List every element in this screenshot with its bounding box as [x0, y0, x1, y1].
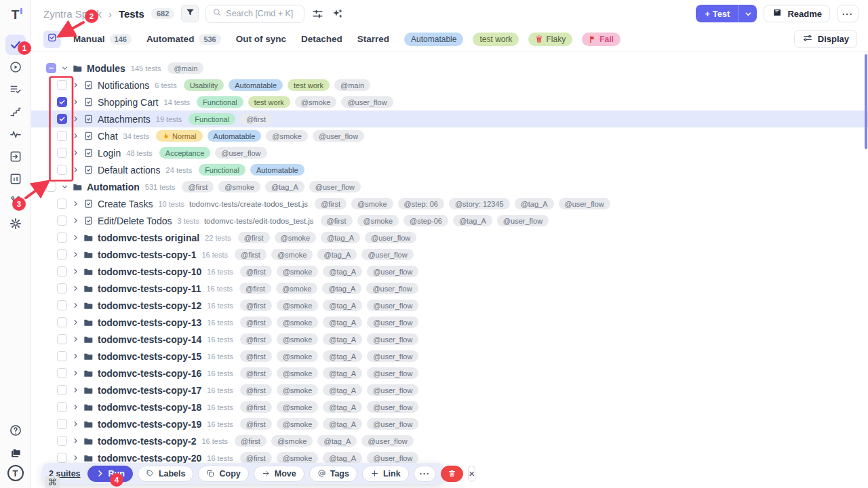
filter-pill-flaky[interactable]: Flaky	[528, 33, 572, 46]
tags-button[interactable]: Tags	[309, 466, 357, 482]
tag-pill[interactable]: @user_flow	[367, 333, 418, 345]
tag-pill[interactable]: @user_flow	[361, 435, 413, 447]
row-chevron-right-icon[interactable]	[69, 166, 81, 174]
tag-pill[interactable]: @tag_A	[321, 232, 360, 243]
adjustments-icon[interactable]	[311, 7, 324, 20]
row-checkbox[interactable]	[57, 199, 67, 209]
tag-pill[interactable]: @tag_A	[323, 300, 362, 311]
row-chevron-right-icon[interactable]	[69, 319, 81, 326]
tag-pill[interactable]: Usability	[184, 79, 224, 91]
tag-pill[interactable]: @smoke	[277, 350, 319, 362]
add-test-button[interactable]: + Test	[696, 5, 738, 22]
row-checkbox[interactable]	[57, 216, 67, 226]
tag-pill[interactable]: @user_flow	[367, 300, 418, 311]
tag-pill[interactable]: @tag_A	[323, 317, 362, 328]
tree-row-todomvc-tests-copy-16[interactable]: todomvc-tests-copy-1616 tests@first@smok…	[31, 365, 868, 382]
tag-pill[interactable]: Automatable	[229, 79, 283, 91]
tree-row-attachments[interactable]: Attachments19 testsFunctional@first	[31, 110, 868, 127]
row-name[interactable]: todomvc-tests-copy-1	[98, 249, 196, 260]
row-name[interactable]: Login	[98, 148, 121, 159]
tree-row-todomvc-tests-copy-18[interactable]: todomvc-tests-copy-1816 tests@first@smok…	[31, 399, 868, 415]
account-logo[interactable]: T	[7, 465, 24, 481]
tag-pill[interactable]: @step-06	[403, 215, 448, 226]
row-checkbox[interactable]	[57, 249, 67, 260]
row-chevron-right-icon[interactable]	[69, 437, 81, 445]
tag-pill[interactable]: @first	[240, 401, 272, 413]
sidebar-item-import[interactable]	[5, 146, 26, 167]
labels-button[interactable]: Labels	[138, 466, 194, 482]
tab-starred[interactable]: Starred	[357, 34, 389, 44]
tree-row-todomvc-tests-copy-17[interactable]: todomvc-tests-copy-1716 tests@first@smok…	[31, 382, 868, 399]
tag-pill[interactable]: @user_flow	[367, 350, 418, 362]
tab-out-of-sync[interactable]: Out of sync	[236, 34, 286, 44]
tag-pill[interactable]: @first	[321, 215, 353, 226]
row-chevron-right-icon[interactable]	[69, 268, 81, 275]
tag-pill[interactable]: @tag_A	[323, 418, 362, 430]
tag-pill[interactable]: @step: 06	[398, 198, 444, 209]
sidebar-item-projects[interactable]	[5, 443, 26, 463]
row-name[interactable]: Create Tasks	[98, 199, 153, 209]
tag-pill[interactable]: Normal	[156, 130, 202, 142]
row-chevron-right-icon[interactable]	[69, 454, 81, 462]
row-chevron-right-icon[interactable]	[69, 285, 81, 292]
row-chevron-right-icon[interactable]	[69, 98, 81, 106]
row-name[interactable]: Default actions	[98, 165, 161, 176]
tag-pill[interactable]: @smoke	[277, 452, 319, 464]
tag-pill[interactable]: @tag_A	[323, 367, 362, 379]
row-checkbox[interactable]	[57, 419, 67, 429]
tag-pill[interactable]: @main	[334, 79, 370, 91]
tag-pill[interactable]: @smoke	[357, 215, 399, 226]
row-chevron-right-icon[interactable]	[69, 369, 81, 377]
tree-row-todomvc-tests-copy-10[interactable]: todomvc-tests-copy-1016 tests@first@smok…	[31, 263, 868, 280]
filter-pill-test-work[interactable]: test work	[473, 33, 519, 46]
copy-button[interactable]: Copy	[198, 466, 248, 482]
delete-button[interactable]	[441, 466, 463, 482]
tag-pill[interactable]: @first	[182, 181, 214, 192]
tag-pill[interactable]: @smoke	[277, 317, 319, 328]
tag-pill[interactable]: @tag_A	[323, 452, 362, 464]
breadcrumb-section[interactable]: Tests	[119, 8, 144, 20]
row-name[interactable]: todomvc-tests-copy-15	[98, 351, 201, 362]
row-name[interactable]: Shopping Cart	[98, 97, 159, 108]
tree-row-todomvc-tests-copy-1[interactable]: todomvc-tests-copy-116 tests@first@smoke…	[31, 246, 868, 263]
tag-pill[interactable]: @user_flow	[367, 401, 418, 413]
row-chevron-right-icon[interactable]	[69, 217, 81, 224]
row-chevron-right-icon[interactable]	[69, 81, 81, 89]
row-checkbox[interactable]	[46, 182, 56, 192]
row-checkbox[interactable]	[57, 148, 67, 158]
tree-row-todomvc-tests-copy-11[interactable]: todomvc-tests-copy-1116 tests@first@smok…	[31, 280, 868, 297]
tag-pill[interactable]: @user_flow	[341, 96, 393, 108]
tag-pill[interactable]: test work	[288, 79, 330, 91]
tag-pill[interactable]: @tag_A	[323, 333, 362, 345]
sidebar-item-plans[interactable]	[5, 79, 26, 100]
row-name[interactable]: todomvc-tests-copy-18	[98, 402, 201, 413]
tree-row-todomvc-tests-copy-12[interactable]: todomvc-tests-copy-1216 tests@first@smok…	[31, 297, 868, 314]
tag-pill[interactable]: @first	[240, 300, 272, 311]
header-more-button[interactable]: ···	[837, 5, 859, 22]
row-checkbox[interactable]	[57, 80, 67, 90]
tag-pill[interactable]: @smoke	[271, 435, 313, 447]
row-checkbox[interactable]	[57, 114, 67, 124]
tag-pill[interactable]: @tag_A	[317, 249, 357, 260]
row-chevron-right-icon[interactable]	[69, 302, 81, 309]
tag-pill[interactable]: @smoke	[218, 181, 260, 192]
tag-pill[interactable]: @story: 12345	[449, 198, 510, 209]
row-checkbox[interactable]	[57, 385, 67, 395]
tag-pill[interactable]: @first	[240, 367, 272, 379]
row-name[interactable]: todomvc-tests-copy-12	[98, 300, 201, 311]
tag-pill[interactable]: @first	[240, 266, 272, 277]
row-name[interactable]: todomvc-tests-copy-16	[98, 368, 201, 379]
tag-pill[interactable]: @first	[235, 249, 267, 260]
row-chevron-down-icon[interactable]	[58, 64, 71, 72]
tree-row-todomvc-tests-copy-14[interactable]: todomvc-tests-copy-1416 tests@first@smok…	[31, 331, 868, 348]
sidebar-item-settings[interactable]	[5, 214, 26, 234]
row-chevron-right-icon[interactable]	[69, 420, 81, 428]
tree-row-todomvc-tests-copy-13[interactable]: todomvc-tests-copy-1316 tests@first@smok…	[31, 314, 868, 331]
tab-detached[interactable]: Detached	[301, 34, 342, 44]
tag-pill[interactable]: @user_flow	[367, 418, 418, 430]
tree-row-create-tasks[interactable]: Create Tasks10 teststodomvc-tests/create…	[31, 195, 868, 212]
tag-pill[interactable]: @smoke	[277, 367, 319, 379]
row-name[interactable]: todomvc-tests-copy-17	[98, 385, 201, 396]
tag-pill[interactable]: @tag_A	[515, 198, 554, 209]
search-input[interactable]	[226, 9, 300, 18]
